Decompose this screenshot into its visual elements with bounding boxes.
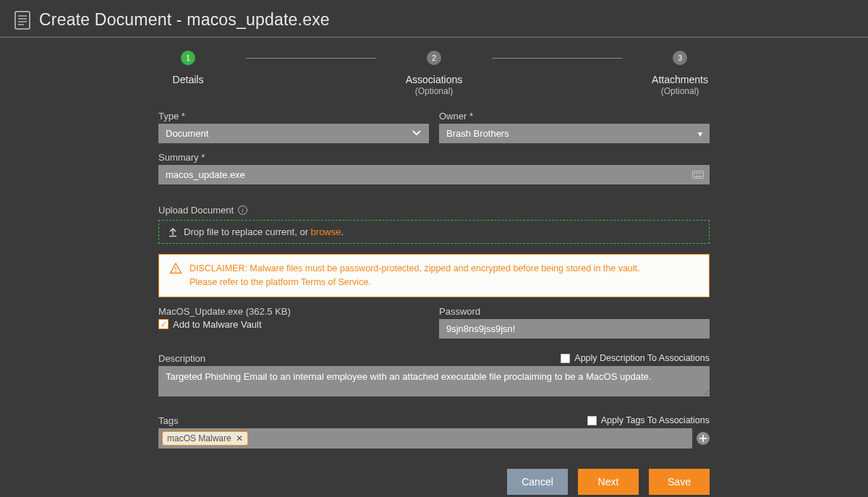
browse-link[interactable]: browse bbox=[311, 226, 341, 237]
upload-dropzone[interactable]: Drop file to replace current, or browse. bbox=[158, 220, 710, 244]
svg-rect-10 bbox=[700, 172, 702, 174]
step-sublabel: (Optional) bbox=[661, 86, 699, 96]
step-label: Associations bbox=[406, 74, 463, 85]
type-label: Type * bbox=[158, 111, 429, 122]
upload-icon bbox=[168, 227, 178, 237]
svg-rect-9 bbox=[698, 172, 699, 174]
form: Type * Document Owner * Brash Brothers ▾… bbox=[158, 111, 710, 495]
summary-label: Summary * bbox=[158, 152, 710, 163]
tag-remove-icon[interactable]: ✕ bbox=[236, 433, 243, 443]
svg-rect-6 bbox=[694, 176, 702, 177]
description-textarea[interactable] bbox=[158, 366, 710, 396]
step-label: Attachments bbox=[652, 74, 708, 85]
upload-label: Upload Document bbox=[158, 205, 234, 216]
description-label: Description bbox=[158, 353, 205, 364]
step-number: 2 bbox=[427, 51, 441, 65]
add-to-vault-checkbox[interactable] bbox=[158, 319, 169, 329]
apply-tags-checkbox[interactable] bbox=[587, 416, 597, 425]
svg-rect-0 bbox=[15, 12, 30, 29]
apply-desc-checkbox[interactable] bbox=[561, 354, 570, 363]
type-value: Document bbox=[166, 128, 208, 139]
tag-chip: macOS Malware ✕ bbox=[162, 431, 248, 446]
document-icon bbox=[14, 11, 30, 30]
step-sublabel: (Optional) bbox=[415, 86, 454, 96]
dropzone-text-prefix: Drop file to replace current, or bbox=[184, 226, 311, 237]
svg-rect-8 bbox=[696, 172, 697, 174]
owner-value: Brash Brothers bbox=[446, 128, 509, 139]
next-button[interactable]: Next bbox=[578, 469, 639, 495]
disclaimer-box: DISCLAIMER: Malware files must be passwo… bbox=[158, 254, 710, 297]
svg-rect-7 bbox=[694, 172, 695, 174]
warning-icon bbox=[169, 262, 182, 275]
tags-label: Tags bbox=[158, 415, 178, 426]
apply-desc-label: Apply Description To Associations bbox=[574, 353, 710, 363]
stepper: 1 Details 2 Associations (Optional) 3 At… bbox=[0, 51, 868, 96]
disclaimer-line1: DISCLAIMER: Malware files must be passwo… bbox=[190, 262, 640, 276]
info-icon[interactable]: i bbox=[238, 205, 247, 215]
step-number: 1 bbox=[181, 51, 195, 65]
caret-down-icon: ▾ bbox=[698, 129, 702, 139]
add-to-vault-label: Add to Malware Vault bbox=[173, 319, 262, 330]
step-label: Details bbox=[173, 74, 204, 85]
step-details[interactable]: 1 Details bbox=[130, 51, 246, 85]
svg-point-13 bbox=[175, 271, 176, 272]
owner-select[interactable]: Brash Brothers ▾ bbox=[439, 124, 710, 143]
apply-tags-label: Apply Tags To Associations bbox=[601, 415, 710, 425]
disclaimer-line2: Please refer to the platform Terms of Se… bbox=[190, 276, 640, 289]
footer-actions: Cancel Next Save bbox=[158, 469, 710, 495]
uploaded-file-name: MacOS_Update.exe (362.5 KB) bbox=[158, 306, 429, 317]
add-tag-button[interactable] bbox=[697, 432, 710, 445]
dropzone-text-suffix: . bbox=[341, 226, 344, 237]
chevron-down-icon bbox=[412, 129, 422, 139]
keyboard-icon bbox=[692, 169, 704, 182]
dialog-title: Create Document - macos_update.exe bbox=[39, 10, 330, 30]
step-connector bbox=[492, 58, 622, 59]
owner-label: Owner * bbox=[439, 111, 710, 122]
summary-input[interactable] bbox=[158, 165, 710, 184]
step-number: 3 bbox=[673, 51, 687, 65]
tags-input[interactable]: macOS Malware ✕ bbox=[158, 428, 692, 449]
password-input[interactable] bbox=[439, 319, 710, 339]
save-button[interactable]: Save bbox=[649, 469, 710, 495]
svg-rect-5 bbox=[693, 171, 704, 178]
dialog-header: Create Document - macos_update.exe bbox=[0, 0, 868, 38]
tag-text: macOS Malware bbox=[167, 433, 231, 443]
cancel-button[interactable]: Cancel bbox=[507, 469, 568, 495]
password-label: Password bbox=[439, 306, 710, 317]
type-select[interactable]: Document bbox=[158, 124, 429, 143]
step-attachments[interactable]: 3 Attachments (Optional) bbox=[622, 51, 738, 96]
step-associations[interactable]: 2 Associations (Optional) bbox=[376, 51, 492, 96]
step-connector bbox=[246, 58, 376, 59]
